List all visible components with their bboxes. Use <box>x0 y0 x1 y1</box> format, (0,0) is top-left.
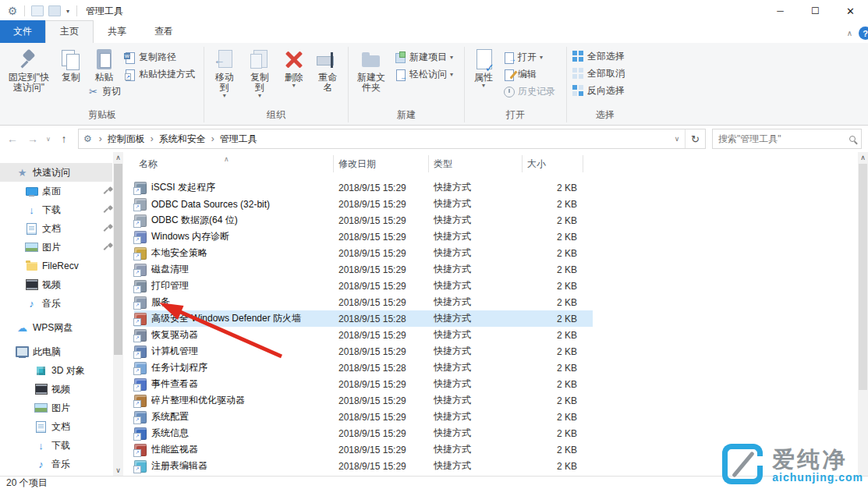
properties-button[interactable]: 属性 ▾ <box>467 44 500 88</box>
sidebar-item[interactable]: ↓ 下载 <box>0 436 112 455</box>
invert-selection-button[interactable]: 反向选择 <box>572 84 625 97</box>
move-to-icon <box>212 48 237 73</box>
rename-icon <box>315 48 340 73</box>
list-row[interactable]: 打印管理 2018/9/15 15:29 快捷方式 2 KB <box>134 278 593 294</box>
list-scrollbar[interactable]: ∧ <box>858 152 868 476</box>
copy-path-button[interactable]: 复制路径 <box>124 51 195 64</box>
sidebar-item[interactable]: 3D 对象 <box>0 361 112 380</box>
address-box[interactable]: ⚙ › 控制面板 › 系统和安全 › 管理工具 ∨ ↻ <box>78 129 706 149</box>
refresh-icon[interactable]: ↻ <box>685 129 705 148</box>
tab-home[interactable]: 主页 <box>45 20 94 43</box>
qat-properties-button[interactable] <box>31 5 44 16</box>
select-none-button[interactable]: 全部取消 <box>572 67 625 80</box>
list-row[interactable]: Windows 内存诊断 2018/9/15 15:29 快捷方式 2 KB <box>134 229 593 245</box>
row-type: 快捷方式 <box>434 197 527 211</box>
sidebar-item[interactable]: 文档 <box>0 219 112 238</box>
sidebar-item[interactable]: ↓ 下载 <box>0 200 112 219</box>
easy-access-button[interactable]: 轻松访问 ▾ <box>395 68 453 81</box>
back-button[interactable]: ← <box>3 133 22 145</box>
tab-view[interactable]: 查看 <box>140 21 187 43</box>
sidebar-item[interactable]: 图片 <box>0 399 112 417</box>
select-all-button[interactable]: 全部选择 <box>572 50 625 63</box>
breadcrumb-control-panel[interactable]: 控制面板 <box>108 133 145 146</box>
organize-group-label: 组织 <box>207 107 345 125</box>
new-item-button[interactable]: 新建项目 ▾ <box>395 51 453 64</box>
new-folder-button[interactable]: 新建文件夹 <box>351 44 391 93</box>
list-row[interactable]: ODBC Data Sources (32-bit) 2018/9/15 15:… <box>134 196 593 212</box>
copy-to-button[interactable]: 复制到 ▾ <box>242 44 277 98</box>
sort-ascending-icon: ∧ <box>224 152 229 168</box>
copy-button[interactable]: 复制 <box>55 44 87 83</box>
edit-button[interactable]: 编辑 <box>503 68 555 81</box>
collapse-ribbon-icon[interactable]: ∧ <box>847 29 852 37</box>
list-row[interactable]: 本地安全策略 2018/9/15 15:29 快捷方式 2 KB <box>134 245 593 261</box>
column-header-type[interactable]: 类型 <box>429 155 523 172</box>
tab-share[interactable]: 共享 <box>94 21 140 43</box>
close-button[interactable]: ✕ <box>833 0 868 22</box>
cloud-icon: ☁ <box>16 321 29 334</box>
scroll-up-icon[interactable]: ∧ <box>858 152 868 163</box>
row-type: 快捷方式 <box>434 263 527 276</box>
list-row[interactable]: 磁盘清理 2018/9/15 15:29 快捷方式 2 KB <box>134 261 593 278</box>
list-row[interactable]: iSCSI 发起程序 2018/9/15 15:29 快捷方式 2 KB <box>134 179 593 196</box>
sidebar-item[interactable]: ★ 快速访问 <box>0 163 112 182</box>
scrollbar-thumb[interactable] <box>114 164 122 355</box>
list-row[interactable]: 性能监视器 2018/9/15 15:29 快捷方式 2 KB <box>134 441 593 458</box>
sidebar-scrollbar[interactable]: ∧ ∨ <box>113 152 123 476</box>
cut-button[interactable]: 剪切 <box>87 85 121 98</box>
list-row[interactable]: ODBC 数据源(64 位) 2018/9/15 15:29 快捷方式 2 KB <box>134 212 593 229</box>
sidebar-item[interactable]: ♪ 音乐 <box>0 455 112 473</box>
move-to-button[interactable]: 移动到 ▾ <box>207 44 242 98</box>
rename-button[interactable]: 重命名 <box>310 44 345 93</box>
paste-shortcut-button[interactable]: 粘贴快捷方式 <box>124 68 195 81</box>
pin-to-quick-access-button[interactable]: 固定到"快速访问" <box>3 44 55 93</box>
history-button[interactable]: 历史记录 <box>503 85 555 98</box>
column-header-name[interactable]: ∧ 名称 <box>134 155 334 172</box>
search-input[interactable]: 搜索"管理工具" <box>712 129 862 149</box>
recent-locations-dropdown-icon[interactable]: ∨ <box>44 136 53 143</box>
open-button[interactable]: 打开 ▾ <box>503 51 555 64</box>
list-row[interactable]: 高级安全 Windows Defender 防火墙 2018/9/15 15:2… <box>134 310 593 327</box>
column-header-date[interactable]: 修改日期 <box>334 155 429 172</box>
address-dropdown-icon[interactable]: ∨ <box>669 135 685 143</box>
help-button[interactable]: ? <box>859 27 868 40</box>
maximize-button[interactable]: ☐ <box>798 0 833 22</box>
breadcrumb-system-security[interactable]: 系统和安全 <box>159 133 206 146</box>
sidebar-item[interactable]: 文档 <box>0 417 112 436</box>
row-date: 2018/9/15 15:28 <box>338 363 434 374</box>
history-icon <box>503 86 515 97</box>
row-name: 碎片整理和优化驱动器 <box>151 394 338 407</box>
list-row[interactable]: 碎片整理和优化驱动器 2018/9/15 15:29 快捷方式 2 KB <box>134 392 593 409</box>
sidebar-item[interactable]: 视频 <box>0 275 112 294</box>
minimize-button[interactable]: ─ <box>763 0 798 22</box>
tab-file[interactable]: 文件 <box>0 20 45 43</box>
scroll-down-icon[interactable]: ∨ <box>113 465 123 476</box>
sidebar-item[interactable]: FileRecv <box>0 257 112 275</box>
list-row[interactable]: 系统配置 2018/9/15 15:29 快捷方式 2 KB <box>134 409 593 425</box>
list-row[interactable]: 注册表编辑器 2018/9/15 15:29 快捷方式 2 KB <box>134 458 593 474</box>
list-row[interactable]: 任务计划程序 2018/9/15 15:28 快捷方式 2 KB <box>134 360 593 376</box>
sidebar-item[interactable]: 视频 <box>0 380 112 399</box>
scrollbar-thumb[interactable] <box>859 164 867 390</box>
sidebar-item[interactable]: 图片 <box>0 238 112 257</box>
qat-customize-dropdown-icon[interactable]: ▾ <box>66 8 69 15</box>
list-row[interactable]: 系统信息 2018/9/15 15:29 快捷方式 2 KB <box>134 425 593 441</box>
paste-button[interactable]: 粘贴 <box>88 44 121 83</box>
forward-button[interactable]: → <box>23 133 42 145</box>
column-header-size[interactable]: 大小 <box>523 155 583 172</box>
list-row[interactable]: 恢复驱动器 2018/9/15 15:29 快捷方式 2 KB <box>134 327 593 343</box>
breadcrumb-admin-tools[interactable]: 管理工具 <box>220 133 257 146</box>
list-row[interactable]: 计算机管理 2018/9/15 15:29 快捷方式 2 KB <box>134 343 593 360</box>
open-group: 属性 ▾ 打开 ▾ 编辑 历史记录 <box>466 44 565 125</box>
scroll-up-icon[interactable]: ∧ <box>113 152 123 163</box>
sidebar-item-label: 快速访问 <box>33 166 70 179</box>
sidebar-item[interactable]: ♪ 音乐 <box>0 294 112 313</box>
sidebar-item[interactable]: 桌面 <box>0 182 112 200</box>
up-button[interactable]: ↑ <box>55 133 73 145</box>
qat-new-folder-button[interactable] <box>48 5 61 16</box>
list-row[interactable]: 服务 2018/9/15 15:29 快捷方式 2 KB <box>134 294 593 310</box>
sidebar-item[interactable]: ☁ WPS网盘 <box>0 318 112 337</box>
sidebar-item[interactable]: 此电脑 <box>0 342 112 361</box>
list-row[interactable]: 事件查看器 2018/9/15 15:29 快捷方式 2 KB <box>134 376 593 392</box>
delete-button[interactable]: 删除 ▾ <box>278 44 310 88</box>
